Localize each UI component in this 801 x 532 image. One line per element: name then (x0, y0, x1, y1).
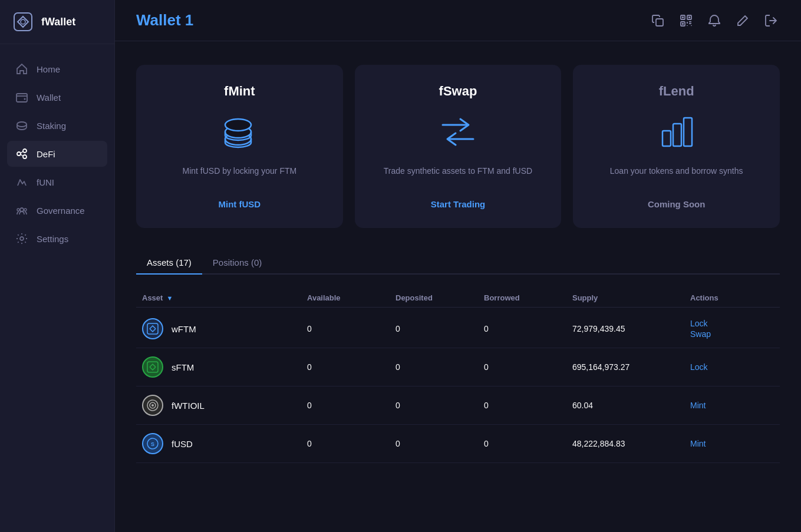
fswap-card: fSwap Trade synthetic assets to FTM and … (355, 65, 562, 228)
svg-rect-20 (682, 23, 684, 25)
sidebar-item-settings[interactable]: Settings (7, 226, 107, 252)
sftm-lock-action[interactable]: Lock (690, 362, 779, 372)
svg-point-10 (20, 208, 24, 212)
fswap-title: fSwap (439, 84, 477, 99)
fmint-link[interactable]: Mint fUSD (219, 199, 261, 209)
app-name: fWallet (41, 16, 75, 28)
table-row: fWTIOIL 0 0 0 60.04 Mint (136, 386, 780, 425)
svg-line-9 (21, 154, 23, 156)
copy-icon (651, 14, 664, 27)
governance-icon (15, 204, 28, 217)
sort-icon[interactable]: ▼ (166, 295, 173, 302)
asset-logo-sftm (142, 356, 163, 378)
svg-point-28 (225, 119, 251, 131)
svg-point-4 (17, 122, 27, 127)
sidebar-item-wallet[interactable]: Wallet (7, 84, 107, 110)
svg-rect-29 (662, 131, 671, 146)
assets-tabs: Assets (17) Positions (0) (136, 252, 780, 275)
col-header-borrowed: Borrowed (484, 293, 572, 302)
settings-icon (15, 232, 28, 245)
fwtioil-deposited: 0 (395, 401, 484, 410)
sftm-available: 0 (307, 362, 395, 372)
svg-line-8 (21, 151, 23, 153)
fmint-desc: Mint fUSD by locking your FTM (182, 165, 296, 190)
assets-table: Asset ▼ Available Deposited Borrowed Sup… (136, 289, 780, 463)
notifications-button[interactable] (706, 12, 723, 29)
fmint-title: fMint (224, 84, 255, 99)
table-row: wFTM 0 0 0 72,979,439.45 Lock Swap (136, 310, 780, 348)
main-content: Wallet 1 (115, 0, 801, 532)
svg-rect-30 (673, 124, 681, 146)
header-actions (649, 12, 780, 29)
fusd-actions: Mint (690, 439, 779, 448)
wallet-icon (15, 91, 28, 104)
sidebar-item-home-label: Home (37, 64, 60, 74)
tab-positions[interactable]: Positions (0) (202, 252, 272, 275)
sidebar-item-funi-label: fUNI (37, 177, 54, 187)
asset-logo-wftm (142, 318, 163, 339)
sidebar-item-staking[interactable]: Staking (7, 113, 107, 138)
funi-icon (15, 176, 28, 189)
svg-rect-33 (147, 362, 158, 372)
coins-icon (216, 108, 263, 156)
fmint-card: fMint Mint fUSD by locking your FTM Mint… (136, 65, 343, 228)
qr-icon (680, 14, 693, 27)
svg-point-11 (17, 209, 19, 211)
table-header: Asset ▼ Available Deposited Borrowed Sup… (136, 289, 780, 308)
tab-assets[interactable]: Assets (17) (136, 252, 202, 275)
fwtioil-borrowed: 0 (484, 401, 572, 410)
asset-logo-fusd: S (142, 433, 163, 454)
asset-name-sftm: sFTM (172, 362, 194, 372)
sidebar-navigation: Home Wallet Staking (0, 56, 114, 252)
page-title: Wallet 1 (136, 11, 193, 29)
sidebar-item-defi[interactable]: DeFi (7, 141, 107, 167)
fwtioil-mint-action[interactable]: Mint (690, 401, 779, 410)
table-row: sFTM 0 0 0 695,164,973.27 Lock (136, 348, 780, 386)
table-row: S fUSD 0 0 0 48,222,884.83 Mint (136, 425, 780, 463)
wftm-swap-action[interactable]: Swap (690, 329, 779, 339)
fswap-link[interactable]: Start Trading (431, 199, 486, 209)
col-header-deposited: Deposited (395, 293, 484, 302)
logout-button[interactable] (762, 12, 780, 29)
svg-point-36 (151, 404, 154, 407)
sidebar-item-settings-label: Settings (37, 234, 68, 244)
edit-icon (736, 14, 749, 27)
fusd-available: 0 (307, 439, 395, 448)
wftm-borrowed: 0 (484, 324, 572, 333)
sftm-borrowed: 0 (484, 362, 572, 372)
qr-button[interactable] (677, 12, 695, 29)
sidebar-item-governance[interactable]: Governance (7, 197, 107, 223)
wftm-lock-action[interactable]: Lock (690, 319, 779, 328)
svg-rect-32 (147, 323, 158, 334)
defi-cards: fMint Mint fUSD by locking your FTM Mint… (136, 65, 780, 228)
asset-name-wftm: wFTM (172, 324, 196, 334)
logo-icon (12, 11, 34, 33)
sidebar-item-home[interactable]: Home (7, 56, 107, 82)
header: Wallet 1 (115, 0, 801, 41)
svg-rect-14 (656, 19, 663, 26)
fusd-borrowed: 0 (484, 439, 572, 448)
fswap-icon (434, 108, 482, 156)
copy-button[interactable] (649, 12, 667, 29)
sftm-actions: Lock (690, 362, 779, 372)
logout-icon (764, 14, 777, 27)
sidebar-item-funi[interactable]: fUNI (7, 169, 107, 195)
flend-card: fLend Loan your tokens and borrow synths… (573, 65, 780, 228)
svg-rect-19 (688, 16, 690, 18)
svg-point-6 (23, 149, 27, 153)
svg-rect-31 (684, 118, 692, 146)
edit-button[interactable] (734, 12, 751, 29)
svg-point-7 (23, 155, 27, 158)
fwtioil-available: 0 (307, 401, 395, 410)
fswap-desc: Trade synthetic assets to FTM and fUSD (384, 165, 532, 190)
fusd-deposited: 0 (395, 439, 484, 448)
fmint-icon (216, 108, 263, 156)
col-header-actions: Actions (690, 293, 779, 302)
asset-name-fusd: fUSD (172, 439, 193, 449)
fusd-mint-action[interactable]: Mint (690, 439, 779, 448)
wftm-deposited: 0 (395, 324, 484, 333)
svg-rect-18 (682, 16, 684, 18)
bars-icon (653, 108, 700, 156)
fwtioil-supply: 60.04 (572, 401, 690, 410)
wftm-actions: Lock Swap (690, 319, 779, 339)
